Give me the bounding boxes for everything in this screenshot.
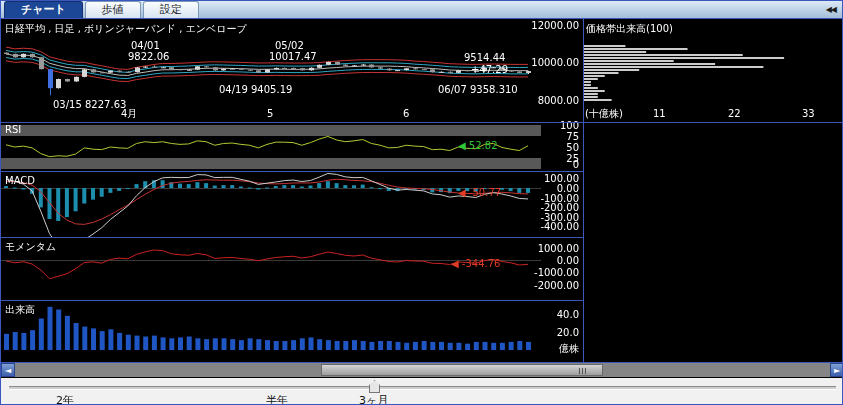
panel-divider	[1, 300, 583, 301]
momentum-y-label: 0.00	[509, 255, 579, 266]
momentum-value-marker: ◀ -344.76	[451, 258, 500, 269]
annotation-date: 04/01	[131, 40, 160, 51]
price-change: +47.29	[471, 64, 508, 75]
volume-y-label: 20.0	[509, 327, 579, 338]
momentum-label: モメンタム	[5, 241, 56, 252]
tab-tick-price[interactable]: 歩値	[85, 1, 141, 18]
annotation-low: 06/07 9358.310	[438, 84, 518, 95]
panel-divider	[1, 122, 843, 123]
rsi-label: RSI	[5, 124, 21, 135]
rsi-y-label: 50	[509, 142, 579, 153]
scrollbar-grip-icon	[579, 368, 588, 374]
range-slider-track[interactable]	[9, 386, 836, 390]
tab-chart[interactable]: チャート	[4, 1, 83, 18]
horizontal-scrollbar[interactable]: ◄ ►	[1, 363, 843, 377]
annotation-value: 9822.06	[128, 51, 169, 62]
rsi-value-marker: ◀ 52.82	[458, 140, 498, 151]
momentum-y-label: -2000.00	[509, 280, 579, 291]
range-label-2years[interactable]: 2年	[56, 393, 74, 405]
main-x-label: 6	[403, 108, 409, 119]
panel-divider-vertical	[583, 19, 584, 362]
scroll-left-button[interactable]: ◄	[1, 363, 15, 377]
macd-canvas	[1, 172, 583, 237]
momentum-canvas	[1, 238, 583, 300]
annotation-low: 04/19 9405.19	[219, 84, 292, 95]
main-y-label: 8000.00	[509, 95, 579, 106]
panel-divider	[1, 237, 583, 238]
momentum-y-label: -1000.00	[509, 267, 579, 278]
main-x-label: 5	[267, 108, 273, 119]
macd-y-label: -400.00	[509, 221, 579, 232]
volume-canvas	[1, 301, 583, 362]
pv-unit-label: (十億株)	[585, 108, 623, 119]
panel-divider	[1, 171, 583, 172]
current-price: 9514.44	[464, 52, 505, 63]
pv-x-tick: 11	[653, 108, 666, 119]
volume-unit-label: 億株	[509, 343, 579, 354]
macd-value-marker: ◀ -50.77	[458, 187, 501, 198]
scrollbar-thumb[interactable]	[321, 364, 603, 376]
app-window: チャート 歩値 設定 ◀◀ 日経平均 , 日足 , ボリンジャーバンド , エン…	[0, 0, 843, 405]
volume-y-label: 40.0	[509, 309, 579, 320]
rsi-y-label: 0	[509, 159, 579, 170]
range-slider-handle[interactable]	[369, 380, 380, 393]
main-y-label: 10000.00	[509, 57, 579, 68]
annotation-date: 05/02	[275, 40, 304, 51]
macd-label: MACD	[5, 175, 35, 186]
volume-label: 出来高	[5, 304, 35, 315]
time-range-selector: 2年 半年 3ヶ月	[1, 378, 843, 405]
annotation-value: 10017.47	[269, 51, 317, 62]
price-band-volume-title: 価格帯出来高(100)	[586, 23, 673, 34]
tab-bar: チャート 歩値 設定 ◀◀	[1, 1, 843, 19]
rsi-y-label: 75	[509, 131, 579, 142]
scroll-right-button[interactable]: ►	[830, 363, 843, 377]
price-band-volume-canvas	[584, 19, 843, 122]
pv-x-tick: 33	[802, 108, 815, 119]
collapse-panel-icon[interactable]: ◀◀	[826, 5, 836, 14]
range-label-3months[interactable]: 3ヶ月	[359, 393, 388, 405]
chart-title: 日経平均 , 日足 , ボリンジャーバンド , エンベロープ	[5, 23, 247, 34]
annotation-low: 03/15 8227.63	[53, 99, 126, 110]
pv-x-tick: 22	[728, 108, 741, 119]
tab-settings[interactable]: 設定	[143, 1, 199, 18]
main-y-label: 12000.00	[509, 20, 579, 31]
range-label-half-year[interactable]: 半年	[266, 393, 288, 405]
momentum-y-label: 1000.00	[509, 243, 579, 254]
